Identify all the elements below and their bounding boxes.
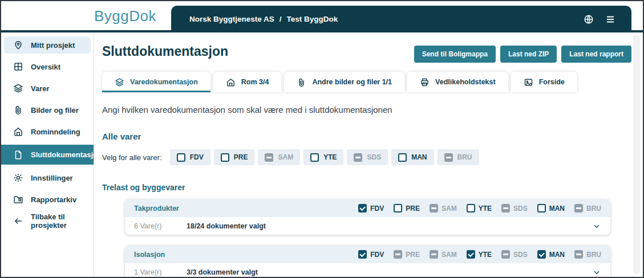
group-summary-row[interactable]: 6 Vare(r) 18/24 dokumenter valgt [125,217,610,235]
product-group-isolasjon: Isolasjon FDV PRE SAM [125,246,610,277]
checkbox-label: BRU [457,153,472,161]
map-pin-icon [13,40,23,50]
yte-checkbox[interactable] [467,250,475,259]
checkbox-chip-pre[interactable]: PRE [214,149,255,165]
group-checkboxes: FDV PRE SAM YTE [358,204,601,212]
house-icon [226,77,236,87]
sidebar-item-varer[interactable]: Varer [4,80,91,97]
fdv-checkbox[interactable] [358,204,367,212]
checkbox-label: SAM [442,205,457,212]
menu-icon[interactable] [605,14,615,24]
checkbox-label: SAM [278,153,293,161]
sidebar-item-tilbake-til-prosjekter[interactable]: Tilbake til prosjekter [4,212,91,230]
paperclip-icon [13,105,23,115]
pre-checkbox[interactable] [394,204,402,212]
sam-checkbox [430,204,438,212]
checkbox-label: FDV [370,251,384,259]
man-checkbox[interactable] [537,250,546,259]
sidebar-item-rapportarkiv[interactable]: Rapportarkiv [4,191,91,208]
chevron-down-icon[interactable] [592,268,601,277]
sidebar-item-label: Rominndeling [31,128,80,136]
bru-checkbox [574,204,583,212]
bru-checkbox-group: BRU [574,204,601,212]
layers-icon [13,83,23,93]
sidebar-item-rominndeling[interactable]: Rominndeling [4,123,91,140]
man-checkbox[interactable] [537,204,546,212]
checkbox-label: MAN [411,153,427,161]
tab-bar: Varedokumentasjon Rom 3/4 Andre bilder o… [102,72,643,92]
sam-checkbox-group: SAM [430,204,457,212]
checkbox-label: MAN [549,205,565,212]
fdv-checkbox[interactable] [177,153,185,162]
pre-checkbox [394,250,402,259]
page-title: Sluttdokumentasjon [102,44,228,59]
bru-checkbox [444,153,453,162]
tab-label: Vedlikeholdstekst [435,78,496,86]
tab-andre-bilder-og-filer[interactable]: Andre bilder og filer 1/1 [284,72,404,92]
pre-checkbox-group[interactable]: PRE [394,204,420,212]
checkbox-label: YTE [479,251,492,259]
sidebar-item-label: Rapportarkiv [31,195,76,204]
group-name: Isolasjon [134,251,165,259]
tab-varedokumentasjon[interactable]: Varedokumentasjon [102,72,210,92]
sidebar-item-bilder-og-filer[interactable]: Bilder og filer [4,101,91,118]
checkbox-label: PRE [406,251,420,259]
sidebar-item-label: Oversikt [31,63,60,71]
sidebar: Mitt prosjekt Oversikt Varer Bilder og f… [1,32,94,277]
scrollbar[interactable] [633,35,640,275]
man-checkbox-group[interactable]: MAN [537,250,565,259]
folder-icon [13,194,23,205]
bru-checkbox-group: BRU [574,250,601,259]
fdv-checkbox-group[interactable]: FDV [358,204,384,212]
sidebar-item-sluttdokumentasjon[interactable]: Sluttdokumentasjon [1,145,94,165]
checkbox-chip-man[interactable]: MAN [391,149,434,165]
gear-icon [13,173,23,183]
download-report-button[interactable]: Last ned rapport [561,46,631,63]
breadcrumb-project[interactable]: Test ByggDok [287,15,338,23]
pre-checkbox-group: PRE [394,250,420,259]
chevron-down-icon[interactable] [592,222,601,231]
action-buttons: Send til Boligmappa Last ned ZIP Last ne… [414,46,631,63]
yte-checkbox-group[interactable]: YTE [467,204,492,212]
pre-checkbox[interactable] [221,153,229,162]
checkbox-label: SDS [513,251,528,259]
fdv-checkbox-group[interactable]: FDV [358,250,384,259]
send-boligmappa-button[interactable]: Send til Boligmappa [414,46,496,63]
checkbox-label: FDV [190,153,204,161]
sidebar-item-label: Mitt prosjekt [31,41,75,50]
yte-checkbox[interactable] [467,204,475,212]
checkbox-chip-fdv[interactable]: FDV [170,149,210,165]
yte-checkbox[interactable] [310,153,319,162]
sidebar-item-innstillinger[interactable]: Innstillinger [4,169,91,186]
group-summary-row[interactable]: 1 Vare(r) 3/3 dokumenter valgt [125,263,610,277]
tab-rom[interactable]: Rom 3/4 [213,72,282,92]
printer-icon [420,77,430,87]
app-window: ByggDok Norsk Byggtjeneste AS / Test Byg… [0,0,644,278]
checkbox-chip-yte[interactable]: YTE [303,149,343,165]
breadcrumb: Norsk Byggtjeneste AS / Test ByggDok [189,15,338,23]
breadcrumb-separator: / [280,15,282,23]
breadcrumb-org[interactable]: Norsk Byggtjeneste AS [189,15,274,23]
tab-forside[interactable]: Forside [511,72,577,92]
arrow-left-icon [13,216,23,226]
download-zip-button[interactable]: Last ned ZIP [500,46,557,63]
layers-icon [115,77,124,87]
checkbox-label: YTE [323,153,337,161]
select-all-row: Velg for alle varer: FDV PRE SAM YTE [102,149,643,165]
image-icon [524,77,533,87]
sidebar-item-mitt-prosjekt[interactable]: Mitt prosjekt [4,36,91,54]
yte-checkbox-group[interactable]: YTE [467,250,492,259]
checkbox-label: SAM [442,251,457,259]
man-checkbox[interactable] [398,153,407,162]
sidebar-item-oversikt[interactable]: Oversikt [4,58,91,75]
bru-checkbox [574,250,583,259]
checkbox-label: YTE [479,205,492,212]
checkbox-label: SDS [513,205,528,212]
globe-icon[interactable] [584,14,594,24]
fdv-checkbox[interactable] [358,250,367,259]
tab-vedlikeholdstekst[interactable]: Vedlikeholdstekst [407,72,508,92]
sam-checkbox-group: SAM [430,250,457,259]
man-checkbox-group[interactable]: MAN [537,204,565,212]
main-content: Sluttdokumentasjon Send til Boligmappa L… [94,32,643,277]
tab-label: Forside [539,78,565,86]
